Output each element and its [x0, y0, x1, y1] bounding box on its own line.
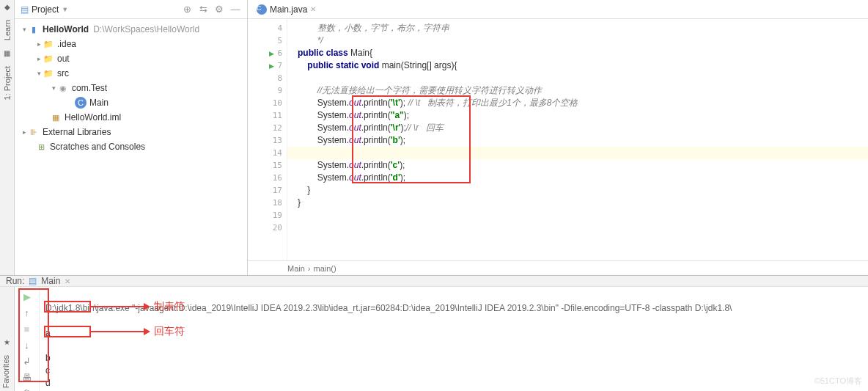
gutter: 4 5 ▶6 ▶7 8 9 10 11 12 13 14 15 16 17 18…: [248, 19, 287, 260]
chevron-right-icon: ›: [308, 264, 311, 273]
chevron-down-icon: ▾: [21, 26, 28, 33]
breadcrumb-class[interactable]: Main: [287, 264, 305, 273]
left-side-tabs: ◆ Learn ▦ 1: Project: [0, 0, 15, 275]
code-area[interactable]: 4 5 ▶6 ▶7 8 9 10 11 12 13 14 15 16 17 18…: [248, 19, 868, 260]
class-icon: C: [257, 4, 267, 15]
console-line-tab: [45, 315, 65, 326]
side-tab-project[interactable]: 1: Project: [1, 60, 13, 106]
class-icon: C: [75, 97, 87, 109]
tree-item-iml[interactable]: ▦ HelloWorld.iml: [15, 110, 247, 125]
console-line-c: c: [45, 365, 50, 376]
console-line-a: a: [45, 328, 51, 338]
print-icon[interactable]: 🖶: [21, 370, 34, 384]
side-tab-learn[interactable]: Learn: [1, 14, 13, 46]
scroll-down-icon[interactable]: ↓: [21, 338, 34, 351]
chevron-right-icon: ▸: [35, 55, 43, 62]
console-command: D:\jdk1.8\bin\java.exe "-javaagent:D:\id…: [45, 303, 732, 313]
project-view-icon: ▤: [21, 4, 29, 15]
project-panel-header: ▤ Project ▼ ⊕ ⇆ ⚙ —: [15, 0, 247, 19]
project-tab-icon[interactable]: ▦: [4, 46, 10, 60]
soft-wrap-icon[interactable]: ↲: [21, 354, 34, 368]
annotation-cr-label: 回车符: [154, 325, 185, 338]
console-line-b: b: [45, 353, 51, 363]
tree-item-scratches[interactable]: ⊞ Scratches and Consoles: [15, 139, 247, 154]
chevron-down-icon: ▾: [50, 84, 57, 92]
run-label: Run:: [6, 276, 24, 286]
scroll-up-icon[interactable]: ↑: [21, 306, 34, 319]
watermark: ©51CTO博客: [814, 376, 862, 387]
chevron-down-icon: ▾: [35, 70, 43, 77]
console-line-blank: [45, 340, 48, 351]
tree-item-idea[interactable]: ▸ 📁 .idea: [15, 37, 247, 51]
chevron-right-icon: ▸: [21, 128, 28, 136]
src-folder-icon: 📁: [43, 67, 54, 79]
stop-icon[interactable]: ■: [21, 322, 34, 335]
tree-item-main[interactable]: C Main: [15, 95, 247, 110]
run-toolbar: ▶ ↑ ■ ↓ ↲ 🖶 🗑: [15, 287, 40, 391]
folder-icon: 📁: [43, 53, 54, 65]
close-icon[interactable]: ✕: [310, 5, 316, 13]
tab-main-java[interactable]: C Main.java ✕: [251, 1, 322, 18]
minimize-icon[interactable]: —: [229, 4, 241, 15]
folder-icon: 📁: [43, 38, 54, 50]
tree-item-extlib[interactable]: ▸ ⊪ External Libraries: [15, 125, 247, 139]
project-panel: ▤ Project ▼ ⊕ ⇆ ⚙ — ▾ ▮ HelloWorld D:\Wo…: [15, 0, 248, 275]
learn-tab-icon[interactable]: ◆: [4, 0, 10, 14]
trash-icon[interactable]: 🗑: [21, 387, 34, 391]
tree-item-package[interactable]: ▾ ◉ com.Test: [15, 81, 247, 95]
console-line-d: d: [45, 378, 51, 388]
library-icon: ⊪: [28, 126, 40, 138]
project-panel-title[interactable]: ▤ Project ▼: [21, 4, 181, 15]
breadcrumb-method[interactable]: main(): [314, 264, 336, 273]
rerun-icon[interactable]: ▶: [21, 290, 34, 303]
chevron-right-icon: ▸: [35, 40, 43, 48]
locate-icon[interactable]: ⊕: [181, 4, 193, 15]
run-tab-name[interactable]: Main: [41, 276, 60, 286]
tree-item-src[interactable]: ▾ 📁 src: [15, 66, 247, 81]
gear-icon[interactable]: ⚙: [213, 4, 225, 15]
iml-file-icon: ▦: [50, 112, 62, 123]
favorites-tab-icon[interactable]: ★: [0, 287, 14, 349]
package-icon: ◉: [57, 82, 69, 94]
run-gutter-icon[interactable]: ▶: [269, 50, 274, 57]
run-config-icon: ▤: [29, 276, 37, 286]
run-panel-header: Run: ▤ Main ✕: [0, 276, 868, 287]
code-content[interactable]: 整数，小数，字节，布尔，字符串 */ public class Main{ pu…: [287, 19, 868, 260]
annotation-tab-label: 制表符: [154, 300, 185, 313]
dropdown-arrow-icon: ▼: [62, 6, 68, 13]
module-icon: ▮: [28, 23, 40, 35]
expand-icon[interactable]: ⇆: [197, 4, 209, 15]
tree-root[interactable]: ▾ ▮ HelloWorld D:\WorkSpaces\HelloWorld: [15, 22, 247, 37]
scratches-icon: ⊞: [35, 141, 47, 153]
close-icon[interactable]: ✕: [65, 277, 70, 285]
run-panel-body: ★ 2: Favorites ▶ ↑ ■ ↓ ↲ 🖶 🗑 D:\jdk1.8\b…: [0, 287, 868, 391]
favorites-side-tab-area: ★ 2: Favorites: [0, 287, 15, 391]
project-tree: ▾ ▮ HelloWorld D:\WorkSpaces\HelloWorld …: [15, 19, 247, 275]
run-panel: Run: ▤ Main ✕ ★ 2: Favorites ▶ ↑ ■ ↓ ↲ 🖶…: [0, 275, 868, 391]
run-gutter-icon[interactable]: ▶: [269, 62, 274, 70]
editor-tabs: C Main.java ✕: [248, 0, 868, 19]
editor-area: C Main.java ✕ 4 5 ▶6 ▶7 8 9 10 11 12 13 …: [248, 0, 868, 275]
tree-item-out[interactable]: ▸ 📁 out: [15, 51, 247, 66]
side-tab-favorites[interactable]: 2: Favorites: [0, 349, 12, 391]
breadcrumb[interactable]: Main › main(): [248, 260, 868, 275]
